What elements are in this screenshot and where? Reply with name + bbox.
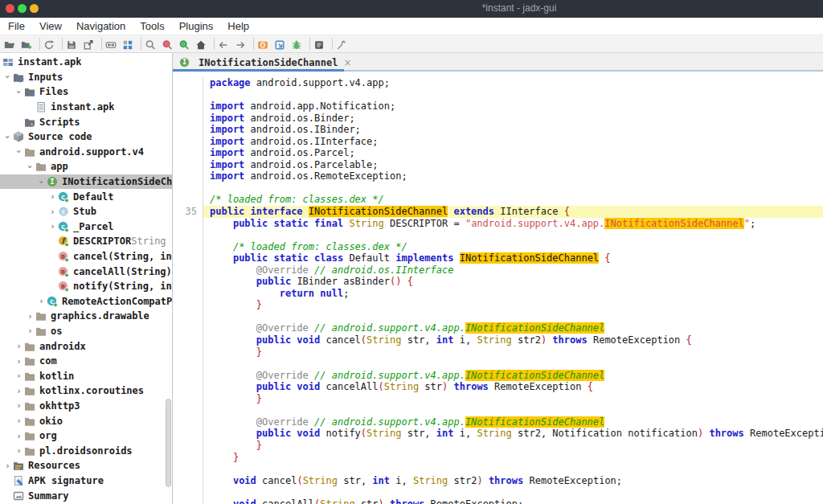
tree-item-instant-apk[interactable]: instant.apk [0, 100, 172, 115]
code-line[interactable]: public void cancel(String str, int i, St… [173, 334, 823, 346]
log-viewer-button[interactable] [313, 36, 330, 52]
code-line[interactable] [173, 358, 823, 370]
tree-item-androidx[interactable]: ›androidx [0, 338, 172, 354]
code-line[interactable]: @Override // android.support.v4.app.INot… [173, 322, 823, 334]
code-line[interactable]: package android.support.v4.app; [173, 77, 823, 89]
tree-item-kotlin[interactable]: ›kotlin [0, 368, 172, 383]
code-line[interactable]: } [173, 452, 823, 464]
code-line[interactable]: import android.os.Binder; [173, 113, 823, 125]
chevron-expanded-icon[interactable]: › [2, 132, 13, 142]
chevron-expanded-icon[interactable]: › [14, 87, 24, 97]
code-line[interactable]: /* loaded from: classes.dex */ [173, 241, 823, 253]
code-line[interactable]: public static final String DESCRIPTOR = … [173, 218, 823, 230]
code-line[interactable]: } [173, 299, 823, 311]
code-line[interactable]: @Override // android.support.v4.app.INot… [173, 370, 823, 382]
tree-item-com[interactable]: ›com [0, 354, 172, 369]
save-all-button[interactable] [65, 36, 82, 52]
code-line[interactable]: @Override // android.os.IInterface [173, 264, 823, 277]
menu-item-file[interactable]: File [1, 20, 32, 32]
menu-item-navigation[interactable]: Navigation [69, 20, 133, 32]
editor-body[interactable]: package android.support.v4.app;import an… [173, 72, 823, 504]
tree-item-apk-signature[interactable]: APK signature [0, 473, 172, 489]
chevron-collapsed-icon[interactable]: › [14, 341, 24, 351]
code-line[interactable]: public void cancelAll(String str) throws… [173, 381, 823, 393]
tree-item-remoteactioncompatparcelizer[interactable]: ›cRemoteActionCompatParcelizer [0, 294, 172, 309]
chevron-expanded-icon[interactable]: › [25, 162, 35, 172]
close-window-icon[interactable] [6, 4, 14, 13]
tree-item-summary[interactable]: Summary [0, 488, 172, 503]
code-line[interactable]: import android.os.RemoteException; [173, 170, 823, 182]
history-button[interactable] [256, 36, 273, 52]
code-line[interactable]: public IBinder asBinder() { [173, 276, 823, 288]
menu-item-plugins[interactable]: Plugins [172, 20, 221, 32]
tree-item-descriptor[interactable]: fDESCRIPTOR String [0, 234, 172, 249]
code-line[interactable]: void cancelAll(String str) throws Remote… [173, 498, 823, 504]
search-button[interactable] [144, 36, 161, 52]
code-line[interactable]: } [173, 346, 823, 359]
class-search-button[interactable] [178, 36, 194, 52]
tree-item-org[interactable]: ›org [0, 428, 172, 444]
code-line[interactable]: import android.os.Parcelable; [173, 159, 823, 171]
code-line[interactable]: return null; [173, 288, 823, 300]
code-line[interactable]: /* loaded from: classes.dex */ [173, 194, 823, 206]
tree-item-cancel-string-int-string[interactable]: mcancel(String, int, String) [0, 249, 172, 264]
code-line[interactable]: void cancel(String str, int i, String st… [173, 475, 823, 487]
code-line[interactable] [173, 311, 823, 323]
tree-item-instant-apk[interactable]: instant.apk [0, 55, 172, 70]
code-line[interactable]: import android.app.Notification; [173, 100, 823, 113]
text-search-button[interactable] [161, 36, 178, 52]
code-line[interactable] [173, 229, 823, 241]
chevron-collapsed-icon[interactable]: › [14, 356, 24, 367]
maximize-window-icon[interactable] [30, 4, 39, 13]
chevron-collapsed-icon[interactable]: › [14, 386, 24, 396]
chevron-collapsed-icon[interactable]: › [47, 191, 58, 202]
tree-item-pl-droidsonroids[interactable]: ›pl.droidsonroids [0, 443, 172, 458]
chevron-expanded-icon[interactable]: › [14, 146, 24, 157]
chevron-collapsed-icon[interactable]: › [14, 431, 24, 441]
tree-item-source-code[interactable]: ›Source code [0, 129, 172, 145]
tree-item-inotificationsidechannel[interactable]: ›IINotificationSideChannel [0, 174, 172, 190]
chevron-collapsed-icon[interactable]: › [2, 461, 13, 471]
add-files-button[interactable] [20, 36, 37, 52]
chevron-collapsed-icon[interactable]: › [14, 416, 24, 426]
code-line[interactable] [173, 89, 823, 101]
tree-item-cancelall-string[interactable]: mcancelAll(String) [0, 264, 172, 279]
tree-item-os[interactable]: ›os [0, 324, 172, 339]
chevron-expanded-icon[interactable]: › [36, 177, 47, 187]
chevron-collapsed-icon[interactable]: › [14, 445, 24, 456]
close-tab-icon[interactable]: × [342, 57, 351, 68]
code-line[interactable]: import android.os.IBinder; [173, 124, 823, 136]
tree-item-okhttp3[interactable]: ›okhttp3 [0, 399, 172, 414]
chevron-collapsed-icon[interactable]: › [47, 221, 58, 232]
chevron-collapsed-icon[interactable]: › [47, 207, 58, 217]
tree-item-resources[interactable]: ›Resources [0, 458, 172, 473]
back-button[interactable] [217, 36, 234, 52]
open-file-button[interactable] [3, 36, 20, 52]
debugger-button[interactable] [290, 36, 307, 52]
chevron-collapsed-icon[interactable]: › [25, 311, 35, 322]
tree-item-scripts[interactable]: Scripts [0, 114, 172, 129]
code-line[interactable]: import android.os.IInterface; [173, 136, 823, 148]
code-line[interactable] [173, 486, 823, 498]
chevron-expanded-icon[interactable]: › [2, 72, 13, 82]
minimize-window-icon[interactable] [18, 4, 27, 13]
code-line[interactable]: public static class Default implements I… [173, 252, 823, 264]
tree-item-android-support-v4[interactable]: ›android.support.v4 [0, 145, 172, 160]
code-line[interactable] [173, 463, 823, 475]
code-line[interactable] [173, 404, 823, 416]
tree-item-notify-string-int-string-notification[interactable]: mnotify(String, int, String, Notificatio… [0, 279, 172, 294]
tree-item-okio[interactable]: ›okio [0, 413, 172, 428]
code-line[interactable]: @Override // android.support.v4.app.INot… [173, 416, 823, 428]
inconsistent-code-button[interactable] [121, 36, 138, 52]
menu-item-help[interactable]: Help [220, 20, 256, 32]
code-line[interactable]: } [173, 440, 823, 452]
chevron-collapsed-icon[interactable]: › [14, 371, 24, 381]
tree-item-graphics-drawable[interactable]: ›graphics.drawable [0, 309, 172, 324]
tree-item-files[interactable]: ›Files [0, 84, 172, 100]
menu-item-view[interactable]: View [32, 20, 69, 32]
preview-button[interactable] [273, 36, 290, 52]
tree-item-default[interactable]: ›cDefault [0, 189, 172, 204]
chevron-collapsed-icon[interactable]: › [36, 296, 47, 306]
forward-button[interactable] [234, 36, 251, 52]
export-button[interactable] [82, 36, 99, 52]
